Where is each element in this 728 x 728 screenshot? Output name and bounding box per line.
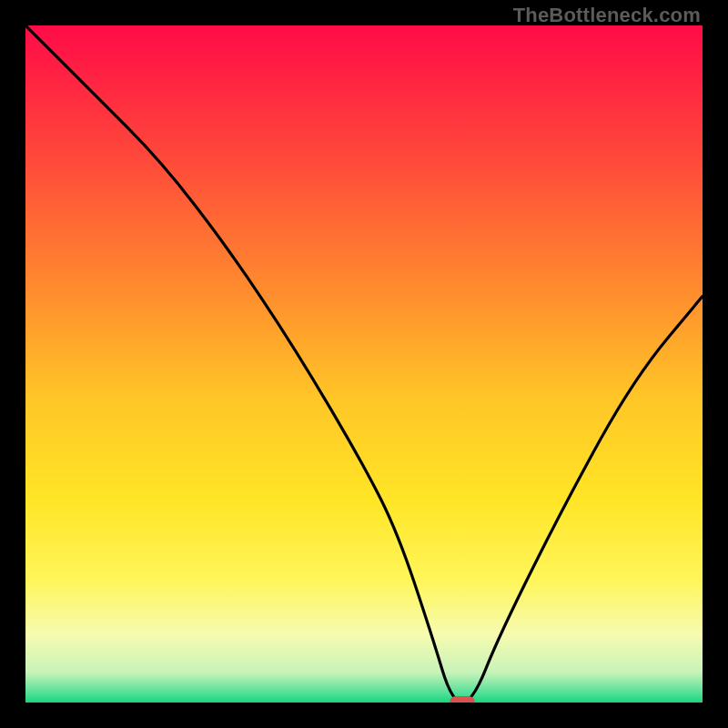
plot-area <box>25 25 703 703</box>
curve-path <box>25 25 703 703</box>
optimal-marker <box>450 696 475 703</box>
bottleneck-curve <box>25 25 703 703</box>
chart-frame: TheBottleneck.com <box>0 0 728 728</box>
watermark-text: TheBottleneck.com <box>513 4 701 27</box>
